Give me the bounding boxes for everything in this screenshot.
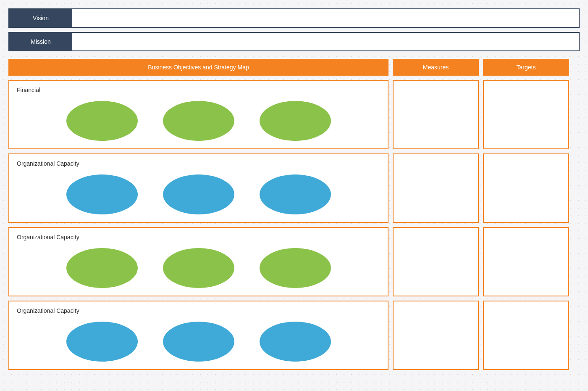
- objective-ellipse[interactable]: [66, 322, 138, 362]
- perspective-label-0: Financial: [17, 87, 380, 93]
- objective-ellipse[interactable]: [163, 322, 234, 362]
- perspective-row-2: Organizational Capacity: [8, 227, 580, 296]
- objectives-cell-1[interactable]: Organizational Capacity: [8, 153, 388, 223]
- perspective-label-3: Organizational Capacity: [17, 307, 380, 314]
- objectives-cell-0[interactable]: Financial: [8, 80, 388, 149]
- objective-ellipse[interactable]: [163, 174, 234, 214]
- targets-cell-0[interactable]: [483, 80, 569, 149]
- ellipse-group-1: [17, 174, 380, 214]
- measures-cell-2[interactable]: [393, 227, 479, 296]
- ellipse-group-0: [17, 101, 380, 141]
- ellipse-group-2: [17, 248, 380, 288]
- measures-cell-3[interactable]: [393, 301, 479, 370]
- mission-content[interactable]: [72, 33, 579, 50]
- mission-label: Mission: [9, 33, 72, 50]
- objective-ellipse[interactable]: [260, 322, 331, 362]
- objective-ellipse[interactable]: [163, 101, 234, 141]
- objective-ellipse[interactable]: [260, 174, 331, 214]
- column-headers: Business Objectives and Strategy Map Mea…: [8, 59, 580, 76]
- perspective-row-1: Organizational Capacity: [8, 153, 580, 223]
- mission-row[interactable]: Mission: [8, 32, 580, 51]
- vision-content[interactable]: [72, 9, 579, 27]
- ellipse-group-3: [17, 322, 380, 362]
- vision-row[interactable]: Vision: [8, 8, 580, 28]
- perspective-label-1: Organizational Capacity: [17, 160, 380, 167]
- targets-cell-3[interactable]: [483, 301, 569, 370]
- objective-ellipse[interactable]: [66, 101, 138, 141]
- header-objectives: Business Objectives and Strategy Map: [8, 59, 388, 76]
- header-targets: Targets: [483, 59, 569, 76]
- perspective-row-0: Financial: [8, 80, 580, 149]
- objective-ellipse[interactable]: [66, 248, 138, 288]
- objective-ellipse[interactable]: [66, 174, 138, 214]
- perspective-row-3: Organizational Capacity: [8, 301, 580, 370]
- objectives-cell-3[interactable]: Organizational Capacity: [8, 301, 388, 370]
- measures-cell-1[interactable]: [393, 153, 479, 223]
- objective-ellipse[interactable]: [163, 248, 234, 288]
- vision-label: Vision: [9, 9, 72, 27]
- header-measures: Measures: [393, 59, 479, 76]
- objective-ellipse[interactable]: [260, 248, 331, 288]
- targets-cell-2[interactable]: [483, 227, 569, 296]
- objective-ellipse[interactable]: [260, 101, 331, 141]
- measures-cell-0[interactable]: [393, 80, 479, 149]
- targets-cell-1[interactable]: [483, 153, 569, 223]
- perspective-label-2: Organizational Capacity: [17, 234, 380, 240]
- objectives-cell-2[interactable]: Organizational Capacity: [8, 227, 388, 296]
